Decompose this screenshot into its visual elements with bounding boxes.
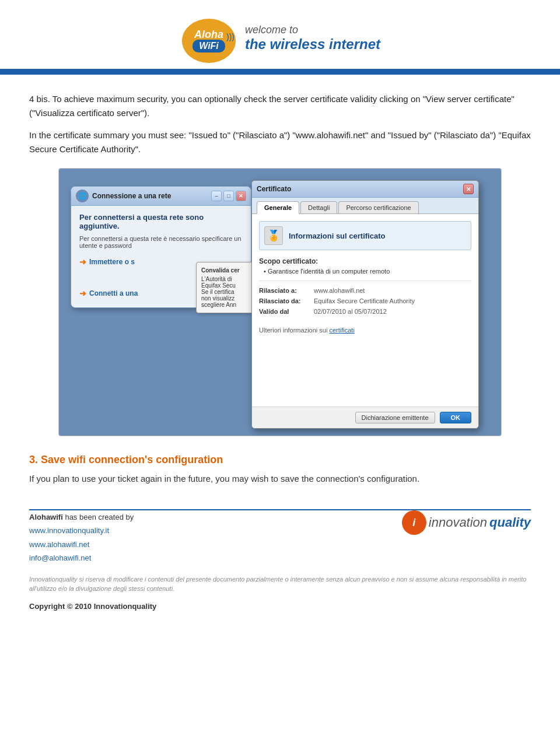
iq-circle-logo: i (402, 510, 426, 535)
cert-bottom-link-anchor[interactable]: certificati (329, 327, 354, 334)
cert-issued-by-value: Equifax Secure Certificate Authority (314, 297, 415, 304)
iq-logo: i innovation quality (402, 510, 531, 535)
cert-title-bar: Certificato ✕ (252, 181, 478, 198)
network-dialog-subtitle: Per connettersi a questa rete è necessar… (79, 235, 243, 249)
paragraph-section4-2: In the certificate summary you must see:… (29, 128, 531, 156)
tagline-area: welcome to the wireless internet (245, 24, 380, 52)
cert-issued-to-row: Rilasciato a: www.alohawifi.net (259, 287, 471, 294)
cert-icon: 🏅 (264, 226, 283, 245)
paragraph-section4-1: 4 bis. To achieve maximum security, you … (29, 92, 531, 120)
network-dialog-title-left: 🌐 Connessione a una rete (76, 190, 171, 202)
ok-btn[interactable]: OK (440, 412, 472, 423)
arrow-label-1: Immettere o s (89, 258, 135, 266)
network-minimize-btn[interactable]: – (211, 191, 222, 201)
screenshot-container: 🌐 Connessione a una rete – □ ✕ Per conne… (58, 168, 502, 436)
welcome-to-text: welcome to (245, 24, 380, 36)
cert-tab-dettagli[interactable]: Dettagli (300, 201, 337, 213)
cert-bullet-symbol: • (264, 268, 266, 275)
footer-brand-line: Alohawifi has been created by (29, 510, 134, 524)
cert-close-btn[interactable]: ✕ (463, 184, 474, 194)
cert-info-header: 🏅 Informazioni sul certificato (259, 221, 471, 250)
footer-email[interactable]: info@alohawifi.net (29, 554, 91, 562)
cert-scope-value: • Garantisce l'identità di un computer r… (264, 268, 471, 275)
network-win-controls: – □ ✕ (211, 191, 246, 201)
network-icon: 🌐 (76, 190, 89, 202)
section3-heading: 3. Save wifi connection's configuration (29, 454, 531, 466)
cert-tab-generale[interactable]: Generale (257, 201, 299, 214)
cert-issued-to-label: Rilasciato a: (259, 287, 312, 294)
network-dialog-title-text: Per connettersi a questa rete sono aggiu… (79, 213, 243, 230)
cert-issued-by-row: Rilasciato da: Equifax Secure Certificat… (259, 297, 471, 304)
iq-innovation-text: innovation (429, 515, 487, 530)
cert-tab-percorso[interactable]: Percorso certificazione (338, 201, 418, 213)
main-content: 4 bis. To achieve maximum security, you … (0, 75, 560, 509)
page-header: Aloha WiFi ))) welcome to the wireless i… (0, 0, 560, 75)
arrow-label-2: Connetti a una (89, 289, 138, 297)
iq-letter: i (412, 517, 415, 529)
footer: Alohawifi has been created by www.innova… (0, 510, 560, 628)
cert-valid-row: Valido dal 02/07/2010 al 05/07/2012 (259, 308, 471, 315)
footer-copyright: Copyright © 2010 Innovationquality (29, 602, 531, 611)
cert-divider-1 (259, 281, 471, 281)
cert-scope-text: Garantisce l'identità di un computer rem… (268, 268, 390, 275)
footer-left: Alohawifi has been created by www.innova… (29, 510, 134, 565)
network-maximize-btn[interactable]: □ (223, 191, 234, 201)
svg-text:WiFi: WiFi (199, 41, 219, 51)
footer-brand: Alohawifi (29, 513, 63, 521)
network-dialog-titlebar: 🌐 Connessione a una rete – □ ✕ (71, 187, 251, 206)
footer-info: Alohawifi has been created by www.innova… (29, 510, 531, 565)
cert-bottom-link: Ulteriori informazioni sui certificati (259, 327, 471, 334)
arrow-icon-2: ➜ (79, 289, 86, 298)
arrow-icon-1: ➜ (79, 257, 86, 267)
logo-area: Aloha WiFi ))) welcome to the wireless i… (180, 6, 380, 64)
header-bar (0, 69, 560, 75)
section3-paragraph: If you plan to use your ticket again in … (29, 472, 531, 486)
svg-text:))): ))) (226, 32, 235, 41)
cert-valid-label: Valido dal (259, 308, 312, 315)
cert-scope-label: Scopo certificato: (259, 257, 471, 265)
footer-created-by: has been created by (65, 513, 134, 521)
wireless-internet-text: the wireless internet (245, 36, 380, 52)
cert-dialog: Certificato ✕ Generale Dettagli Percorso… (251, 180, 479, 429)
svg-text:Aloha: Aloha (194, 29, 223, 40)
cert-footer: Dichiarazione emittente OK (252, 407, 478, 428)
cert-body: 🏅 Informazioni sul certificato Scopo cer… (252, 214, 478, 407)
aloha-wifi-logo: Aloha WiFi ))) (180, 12, 238, 64)
cert-valid-value: 02/07/2010 al 05/07/2012 (314, 308, 387, 315)
cert-issued-to-value: www.alohawifi.net (314, 287, 365, 294)
cert-issued-by-label: Rilasciato da: (259, 297, 312, 304)
dichiarazione-btn[interactable]: Dichiarazione emittente (355, 412, 435, 423)
cert-info-title: Informazioni sul certificato (289, 232, 385, 240)
footer-website1[interactable]: www.innovationquality.it (29, 526, 109, 535)
network-close-btn[interactable]: ✕ (236, 191, 246, 201)
cert-bottom-link-prefix: Ulteriori informazioni sui (259, 327, 327, 334)
footer-logo-right: i innovation quality (402, 510, 531, 535)
network-dialog-title: Connessione a una rete (92, 192, 171, 200)
footer-disclaimer: Innovationquality si riserva di modifica… (29, 575, 531, 594)
footer-website2[interactable]: www.alohawifi.net (29, 540, 89, 549)
cert-tabs: Generale Dettagli Percorso certificazion… (252, 198, 478, 214)
cert-dialog-title: Certificato (257, 185, 291, 193)
iq-quality-text: quality (489, 515, 531, 530)
